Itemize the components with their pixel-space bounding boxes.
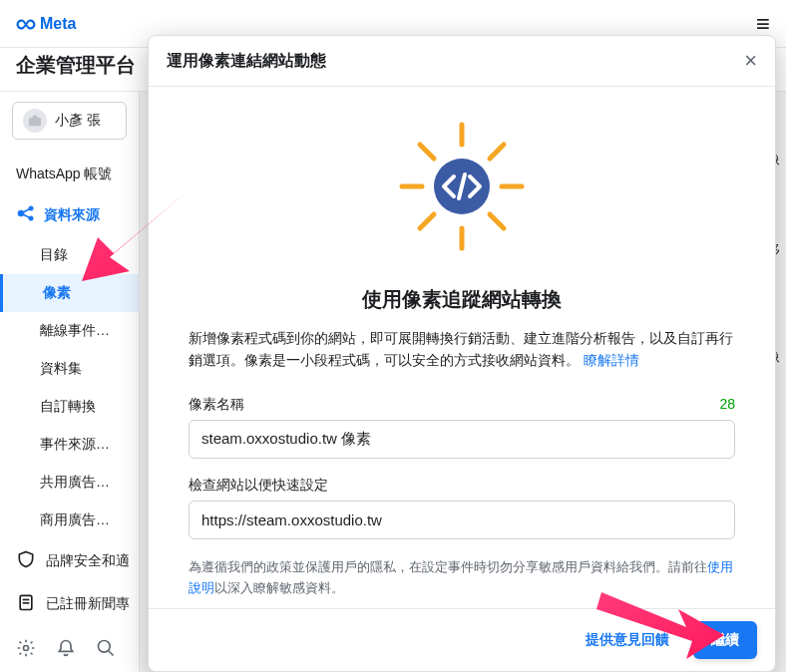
modal-body: 使用像素追蹤網站轉換 新增像素程式碼到你的網站，即可展開轉換行銷活動、建立進階分… <box>149 87 775 608</box>
sidebar-item-event-source-groups[interactable]: 事件來源群組 <box>0 426 139 464</box>
sidebar: 小彥 張 WhatsApp 帳號 資料來源 目錄 像素 離線事件組合 資料集 自… <box>0 92 140 672</box>
clipboard-icon <box>16 592 36 615</box>
share-nodes-icon <box>16 203 36 226</box>
website-input[interactable] <box>189 501 735 539</box>
feedback-button[interactable]: 提供意見回饋 <box>574 623 681 657</box>
hamburger-icon[interactable]: ≡ <box>756 10 770 38</box>
user-chip[interactable]: 小彥 張 <box>12 102 127 140</box>
privacy-note: 為遵循我們的政策並保護用戶的隱私，在設定事件時切勿分享敏感用戶資料給我們。請前往… <box>189 557 735 599</box>
sidebar-item-creative[interactable]: 商用廣告創意資 <box>0 502 139 539</box>
svg-point-2 <box>18 210 25 217</box>
svg-line-20 <box>490 145 504 159</box>
svg-line-5 <box>23 209 30 212</box>
website-label: 檢查網站以便快速設定 <box>189 477 735 495</box>
svg-rect-1 <box>33 116 38 119</box>
svg-line-6 <box>23 214 30 217</box>
illustration <box>189 117 735 256</box>
search-icon[interactable] <box>96 638 116 662</box>
sidebar-item-whatsapp[interactable]: WhatsApp 帳號 <box>0 156 139 193</box>
sidebar-item-offline-events[interactable]: 離線事件組合 <box>0 312 139 350</box>
settings-icon[interactable] <box>16 638 36 662</box>
sidebar-item-label: 已註冊新聞專 <box>46 595 130 613</box>
sidebar-item-brand-safety[interactable]: 品牌安全和適 <box>0 539 139 582</box>
notifications-icon[interactable] <box>56 638 76 662</box>
pixel-setup-modal: 運用像素連結網站動態 × 使用像素追蹤網站轉換 <box>148 35 776 672</box>
briefcase-icon <box>26 112 44 130</box>
sidebar-item-datasets[interactable]: 資料集 <box>0 350 139 388</box>
sidebar-item-custom-conversions[interactable]: 自訂轉換 <box>0 388 139 426</box>
user-name: 小彥 張 <box>55 112 101 130</box>
sidebar-item-pixel[interactable]: 像素 <box>0 274 139 312</box>
svg-line-19 <box>420 214 434 228</box>
sidebar-item-catalog[interactable]: 目錄 <box>0 236 139 274</box>
modal-description: 新增像素程式碼到你的網站，即可展開轉換行銷活動、建立進階分析報告，以及自訂再行銷… <box>189 327 735 372</box>
close-button[interactable]: × <box>744 50 757 72</box>
shield-icon <box>16 549 36 572</box>
learn-more-link[interactable]: 瞭解詳情 <box>584 352 639 368</box>
svg-line-18 <box>490 214 504 228</box>
sidebar-item-news-pages[interactable]: 已註冊新聞專 <box>0 582 139 625</box>
char-count: 28 <box>719 396 735 412</box>
modal-title: 運用像素連結網站動態 <box>167 51 326 72</box>
brand-text: Meta <box>40 15 76 33</box>
bottom-bar <box>16 638 116 662</box>
svg-line-12 <box>109 651 114 656</box>
logo-area: Meta <box>16 14 76 34</box>
modal-body-title: 使用像素追蹤網站轉換 <box>189 286 735 313</box>
meta-logo[interactable]: Meta <box>16 14 76 34</box>
section-label: 資料來源 <box>44 206 100 224</box>
pixel-name-label-row: 像素名稱 28 <box>189 396 735 414</box>
sidebar-item-shared-audiences[interactable]: 共用廣告受眾 <box>0 464 139 502</box>
meta-infinity-icon <box>16 14 36 34</box>
code-sun-icon <box>372 117 552 256</box>
svg-line-17 <box>420 145 434 159</box>
modal-header: 運用像素連結網站動態 × <box>149 36 775 87</box>
avatar <box>23 109 47 133</box>
svg-point-10 <box>24 646 29 651</box>
continue-button[interactable]: 繼續 <box>693 621 757 659</box>
sidebar-item-label: 品牌安全和適 <box>46 552 130 570</box>
svg-rect-0 <box>29 118 41 126</box>
pixel-name-label: 像素名稱 <box>189 396 244 414</box>
pixel-name-input[interactable] <box>189 420 735 459</box>
svg-point-11 <box>99 641 111 653</box>
sidebar-section-data-sources[interactable]: 資料來源 <box>0 193 139 236</box>
modal-footer: 提供意見回饋 繼續 <box>149 608 775 671</box>
